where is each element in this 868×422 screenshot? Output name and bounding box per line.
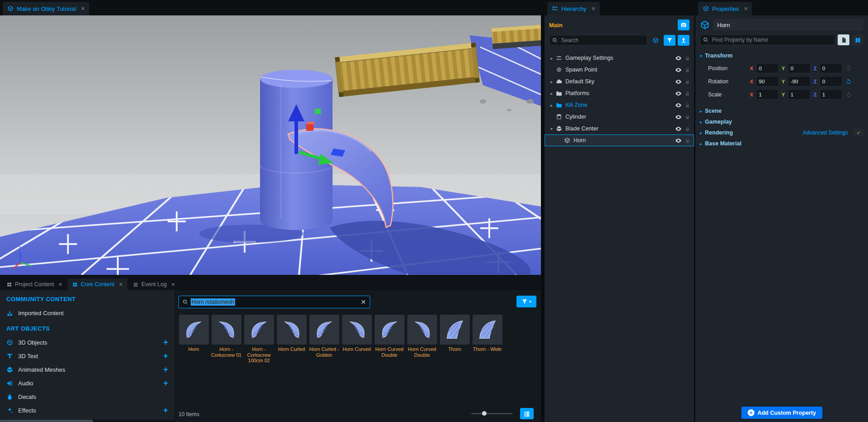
lock-icon[interactable] [683,67,691,72]
transform-section-header[interactable]: ▾ Transform [695,45,868,62]
reset-icon[interactable] [845,65,852,72]
clear-search-icon[interactable]: ✕ [361,299,366,305]
lock-icon[interactable] [683,79,691,84]
add-icon[interactable]: + [163,352,168,360]
section-rendering[interactable]: ▸ Rendering Advanced Settings ✓ [695,127,868,138]
thumbnail-zoom-slider[interactable] [471,413,513,414]
close-icon[interactable]: × [58,281,62,288]
visibility-eye-icon[interactable] [673,67,683,73]
visibility-eye-icon[interactable] [673,137,683,144]
hierarchy-item-kill-zone[interactable]: ▸ Kill Zone [545,99,694,111]
property-search-input[interactable] [700,34,835,45]
visibility-eye-icon[interactable] [673,78,683,85]
hierarchy-item-spawn-point[interactable]: Spawn Point [545,64,694,76]
hierarchy-item-horn[interactable]: Horn [545,134,694,146]
asset-tile[interactable]: Horn Curved Double [406,315,438,364]
lock-icon[interactable] [683,56,691,61]
content-tab-core-content[interactable]: Core Content × [68,278,127,290]
lock-icon[interactable] [683,115,691,120]
twisty-icon[interactable]: ▸ [548,56,555,61]
hierarchy-root-label[interactable]: Main [549,22,563,29]
sidebar-item-3d-text[interactable]: 3D Text + [0,349,174,363]
grid-view-button[interactable] [520,408,534,419]
sidebar-item-3d-objects[interactable]: 3D Objects + [0,336,174,349]
columns-view-button[interactable] [852,34,863,45]
object-name-field[interactable]: Horn [714,19,863,31]
hierarchy-item-blade-center[interactable]: ▾ Blade Center [545,123,694,134]
reset-icon[interactable] [845,91,852,98]
twisty-icon[interactable]: ▸ [548,103,555,108]
asset-tile[interactable]: Horn Curled [275,315,308,364]
hierarchy-item-gameplay-settings[interactable]: ▸ Gameplay Settings [545,52,694,64]
visibility-eye-icon[interactable] [673,102,683,109]
advanced-settings-link[interactable]: Advanced Settings [803,129,848,136]
position-x-input[interactable] [756,63,779,73]
sidebar-item-effects[interactable]: Effects + [0,403,174,417]
lock-icon[interactable] [683,103,691,108]
lock-icon[interactable] [683,126,691,131]
asset-search-input[interactable]: Horn /staticmesh ✕ [178,296,370,308]
export-button[interactable] [678,35,690,46]
sidebar-item-decals[interactable]: Decals [0,390,174,403]
add-custom-property-button[interactable]: + Add Custom Property [741,407,822,419]
asset-tile[interactable]: Horn - Corkscrew 100cm 02 [243,315,275,364]
hierarchy-search-input[interactable] [549,35,647,46]
add-icon[interactable]: + [163,406,168,414]
twisty-icon[interactable]: ▸ [548,79,555,84]
document-view-button[interactable] [838,34,849,45]
sidebar-item-imported-content[interactable]: Imported Content [0,306,174,320]
section-base-material[interactable]: ▸ Base Material [695,138,868,149]
asset-tile[interactable]: Thorn [439,315,471,364]
close-icon[interactable]: × [119,281,123,288]
rotation-y-input[interactable] [788,76,810,86]
content-tab-project-content[interactable]: Project Content × [2,278,67,290]
slider-thumb[interactable] [482,411,487,416]
close-icon[interactable]: × [81,5,85,12]
close-icon[interactable]: × [171,281,175,288]
hierarchy-filter-button[interactable] [664,35,675,46]
reset-icon[interactable] [845,78,852,85]
scene-tab[interactable]: Make an Obby Tutorial × [3,2,89,15]
lock-icon[interactable] [683,91,691,96]
sidebar-item-audio[interactable]: Audio + [0,376,174,390]
asset-tile[interactable]: Thorn - Wide [471,315,503,364]
asset-tile[interactable]: Horn Curled - Golden [308,315,340,364]
add-icon[interactable]: + [163,365,168,374]
check-icon[interactable]: ✓ [854,129,863,136]
twisty-icon[interactable]: ▾ [548,126,555,131]
hierarchy-tab[interactable]: Hierarchy × [547,2,600,15]
scrollbar-thumb[interactable] [0,420,93,422]
screenshot-button[interactable] [678,19,690,30]
rotation-z-input[interactable] [820,76,842,86]
visibility-eye-icon[interactable] [673,114,683,120]
hierarchy-item-cylinder[interactable]: Cylinder [545,111,694,123]
hierarchy-item-default-sky[interactable]: ▸ Default Sky [545,76,694,87]
content-tab-event-log[interactable]: Event Log × [128,278,179,290]
properties-tab[interactable]: Properties × [698,2,752,15]
visibility-eye-icon[interactable] [673,90,683,97]
add-icon[interactable]: + [163,379,168,387]
section-scene[interactable]: ▸ Scene [695,106,868,116]
lock-icon[interactable] [683,138,691,143]
visibility-eye-icon[interactable] [673,125,683,132]
add-icon[interactable]: + [163,338,168,346]
position-z-input[interactable] [820,63,842,73]
scale-x-input[interactable] [756,89,779,100]
asset-tile[interactable]: Horn [178,315,210,364]
visibility-eye-icon[interactable] [673,55,683,62]
scale-z-input[interactable] [820,89,842,100]
package-icon[interactable] [650,35,661,46]
section-gameplay[interactable]: ▸ Gameplay [695,116,868,127]
asset-tile[interactable]: Horn Curved [341,315,373,364]
scale-y-input[interactable] [788,89,810,100]
hierarchy-item-platforms[interactable]: ▸ Platforms [545,87,694,99]
asset-filter-button[interactable]: ▾ [516,296,536,307]
sidebar-item-animated-meshes[interactable]: Animated Meshes + [0,363,174,376]
viewport-3d[interactable]: Z [0,15,541,275]
close-icon[interactable]: × [592,5,595,12]
position-y-input[interactable] [788,63,810,73]
asset-tile[interactable]: Horn Curved Double [373,315,405,364]
close-icon[interactable]: × [744,5,747,12]
twisty-icon[interactable]: ▸ [548,91,555,96]
horizontal-scrollbar[interactable] [0,420,174,422]
